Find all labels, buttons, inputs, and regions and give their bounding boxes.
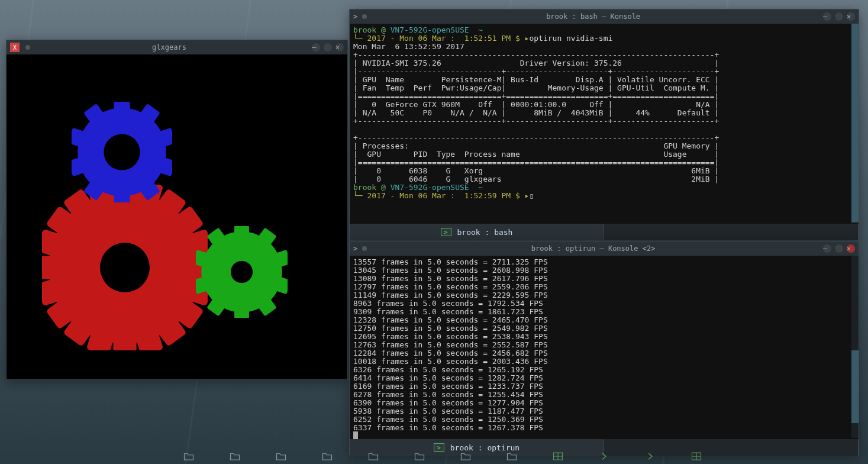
konsole1-tabbar: >brook : bash [350,224,859,240]
close-button[interactable]: × [847,12,855,21]
tab-indicator-icon [25,45,30,50]
cursor: ▯ [529,191,534,200]
folder-icon[interactable] [368,452,379,461]
folder-icon[interactable] [322,452,333,461]
prompt-user: brook [353,25,376,34]
svg-rect-7 [234,226,249,241]
prompt-line2: └─ 2017 - Mon 06 Mar : 1:52:51 PM $ ▸ [353,34,529,43]
tab-indicator-icon [362,14,367,19]
folder-icon[interactable] [460,452,471,461]
terminal-icon: > [353,244,357,253]
folder-icon[interactable] [276,452,286,461]
svg-point-2 [100,243,150,292]
svg-rect-4 [114,102,130,118]
minimize-button[interactable]: – [312,43,320,51]
close-button[interactable]: × [847,244,855,253]
konsole2-titlebar[interactable]: > brook : optirun — Konsole <2> – × [350,241,859,256]
cursor: _ [353,431,358,439]
maximize-button[interactable] [835,12,843,21]
konsole1-title: brook : bash — Konsole [367,12,819,21]
nvidia-smi-output: Mon Mar 6 13:52:59 2017 +---------------… [353,42,719,183]
chevron-right-icon[interactable] [645,452,656,461]
tab-empty[interactable] [604,224,859,240]
konsole2-title: brook : optirun — Konsole <2> [367,244,819,253]
chevron-right-icon[interactable] [599,452,609,461]
folder-icon[interactable] [230,452,240,461]
terminal-icon: > [441,228,451,236]
tab-indicator-icon [362,246,367,251]
x11-icon: X [10,43,20,52]
maximize-button[interactable] [835,244,843,253]
konsole1-window[interactable]: > brook : bash — Konsole – × brook @ VN7… [349,9,859,240]
scrollbar[interactable] [851,24,859,223]
glxgears-title: glxgears [30,43,308,51]
folder-icon[interactable] [414,452,425,461]
konsole1-titlebar[interactable]: > brook : bash — Konsole – × [350,9,859,24]
tab-label: brook : bash [457,228,513,237]
close-button[interactable]: × [335,43,344,51]
folder-icon[interactable] [183,452,194,461]
svg-point-5 [104,134,140,170]
grid-icon[interactable] [691,452,702,461]
svg-point-8 [231,261,253,283]
grid-icon[interactable] [553,452,563,461]
glxgears-canvas [7,54,347,379]
minimize-button[interactable]: – [823,244,831,253]
glxgears-window[interactable]: X glxgears – × [6,40,348,380]
taskbar [166,449,868,464]
folder-icon[interactable] [506,452,517,461]
tab-bash[interactable]: >brook : bash [350,224,604,240]
glxgears-titlebar[interactable]: X glxgears – × [7,40,347,54]
konsole2-output[interactable]: 13557 frames in 5.0 seconds = 2711.325 F… [350,256,859,439]
prompt-host: VN7-592G-openSUSE [391,25,469,34]
maximize-button[interactable] [324,43,332,51]
konsole2-window[interactable]: > brook : optirun — Konsole <2> – × 1355… [349,241,859,455]
fps-output: 13557 frames in 5.0 seconds = 2711.325 F… [353,257,548,432]
konsole1-output[interactable]: brook @ VN7-592G-openSUSE ~ └─ 2017 - Mo… [350,24,859,224]
scrollbar[interactable] [851,256,859,438]
command: optirun nvidia-smi [529,34,612,43]
terminal-icon: > [353,12,357,21]
minimize-button[interactable]: – [823,12,831,21]
